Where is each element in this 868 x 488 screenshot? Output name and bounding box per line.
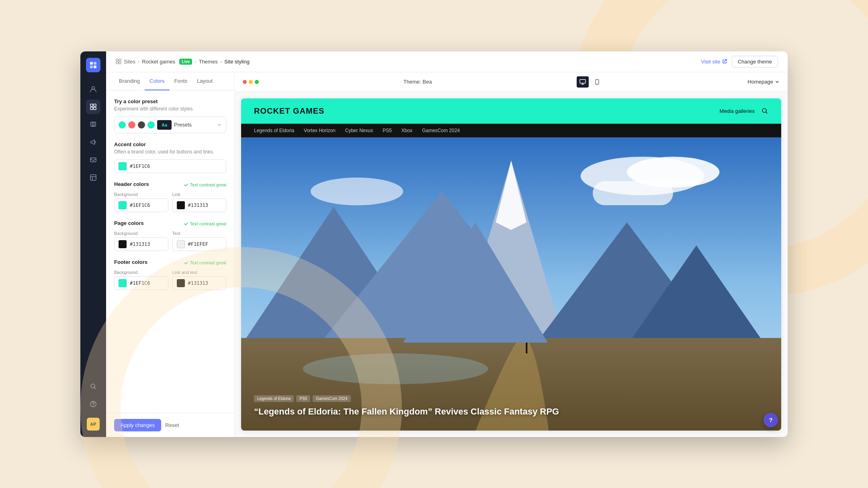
widget-icon[interactable] [86,170,100,185]
chevron-down-icon [217,123,222,127]
breadcrumb-sites: Sites [124,59,135,65]
svg-rect-7 [90,107,93,110]
change-theme-button[interactable]: Change theme [732,56,778,67]
hero-image: Legends of Eldoria PS5 GamesCom 2024 “Le… [241,137,781,431]
page-text-group: Text #F1EFEF [172,231,227,251]
preview-topbar: Theme: Bea [235,72,788,92]
accent-swatch [119,162,127,170]
preset-row[interactable]: Aa Presets [114,116,226,133]
device-icons [577,76,603,88]
page-bg-field[interactable]: #131313 [114,237,168,251]
hero-content: Legends of Eldoria PS5 GamesCom 2024 “Le… [254,395,768,418]
hero-tags: Legends of Eldoria PS5 GamesCom 2024 [254,395,768,402]
svg-rect-10 [90,175,96,180]
help-icon[interactable] [86,397,100,411]
header-colors-section: Header colors Text contrast great Backgr… [114,181,226,212]
visit-site-button[interactable]: Visit site [701,59,727,65]
footer-link-value: #131313 [188,280,209,286]
footer-colors-section: Footer colors Text contrast great Backgr… [114,259,226,290]
accent-color-section: Accent color Often a brand color, used f… [114,141,226,173]
mail-icon[interactable] [86,153,100,167]
site-nav: Legends of Eldoria Vortex Horizon Cyber … [241,124,781,137]
reset-button[interactable]: Reset [165,422,179,428]
footer-color-row: Background #1EF1C6 Link and text [114,270,226,290]
page-text-value: #F1EFEF [188,241,209,247]
search-icon[interactable] [86,379,100,394]
preset-dot-1 [119,121,126,129]
tab-colors[interactable]: Colors [145,72,170,90]
hero-tag-legends: Legends of Eldoria [254,395,294,402]
page-text-label: Text [172,231,227,236]
sidebar-avatar[interactable]: AP [87,418,100,431]
footer-colors-title: Footer colors [114,259,147,265]
topbar: Sites › Rocket games Live › Themes › Sit… [106,51,788,72]
tab-fonts[interactable]: Fonts [170,72,192,90]
preset-section: Try a color preset Experiment with diffe… [114,98,226,133]
header-color-row: Background #1EF1C6 Link #1313 [114,192,226,212]
svg-rect-1 [94,62,96,65]
clouds [593,181,673,205]
media-galleries-link[interactable]: Media galleries [720,108,755,114]
page-text-swatch [177,240,185,248]
footer-bg-value: #1EF1C6 [130,280,150,286]
accent-color-field[interactable]: #1EF1C6 [114,159,226,173]
mobile-icon[interactable] [591,76,603,88]
topbar-actions: Visit site Change theme [701,56,778,67]
header-link-field[interactable]: #131313 [172,198,227,212]
nav-tabs: Branding Colors Fonts Layout [106,72,234,90]
header-link-group: Link #131313 [172,192,227,212]
svg-point-25 [311,178,403,205]
page-bg-label: Background [114,231,168,236]
header-bg-group: Background #1EF1C6 [114,192,168,212]
svg-rect-14 [116,59,118,61]
svg-rect-3 [94,65,96,68]
sidebar-logo[interactable] [86,58,100,72]
page-selector[interactable]: Homepage [747,79,780,85]
mountain-svg [241,137,781,431]
preset-title: Try a color preset [114,98,226,104]
header-bg-label: Background [114,192,168,197]
nav-legends[interactable]: Legends of Eldoria [254,128,294,133]
page-text-field[interactable]: #F1EFEF [172,237,227,251]
page-selector-chevron [775,80,780,84]
preset-dot-3 [138,121,145,129]
nav-xbox[interactable]: Xbox [401,128,412,133]
footer-link-label: Link and text [172,270,227,275]
preset-aa: Aa [157,120,172,130]
preset-dot-4 [147,121,155,129]
apply-changes-button[interactable]: Apply changes [114,419,161,431]
grid-icon[interactable] [86,100,100,114]
live-badge: Live [179,59,192,65]
person-icon[interactable] [86,82,100,96]
header-colors-title: Header colors [114,181,149,187]
footer-link-group: Link and text #131313 [172,270,227,290]
header-bg-field[interactable]: #1EF1C6 [114,198,168,212]
page-bg-swatch [119,240,127,248]
tab-layout[interactable]: Layout [192,72,217,90]
footer-bg-field[interactable]: #1EF1C6 [114,276,168,290]
book-icon[interactable] [86,117,100,132]
tab-branding[interactable]: Branding [114,72,145,90]
window-dot-red [243,80,247,84]
nav-cyber[interactable]: Cyber Nexus [345,128,373,133]
sidebar: AP [80,51,106,437]
nav-vortex[interactable]: Vortex Horizon [304,128,336,133]
nav-gamescom[interactable]: GamesCom 2024 [422,128,460,133]
footer-link-field[interactable]: #131313 [172,276,227,290]
window-dot-green [255,80,259,84]
header-bg-swatch [119,201,127,209]
desktop-icon[interactable] [577,76,589,88]
svg-rect-0 [90,62,93,65]
breadcrumb: Sites › Rocket games Live › Themes › Sit… [116,59,701,65]
svg-rect-6 [94,104,96,106]
app-window: AP Sites › Rocket games Live › Themes › … [80,51,788,437]
page-color-row: Background #131313 Text #F1EF [114,231,226,251]
mountain-scene [241,137,781,431]
nav-ps5[interactable]: PS5 [383,128,392,133]
svg-rect-9 [90,158,96,162]
megaphone-icon[interactable] [86,135,100,149]
page-contrast-badge: Text contrast great [184,221,227,226]
site-search-icon[interactable] [761,107,768,114]
site-header-actions: Media galleries [720,107,768,114]
theme-name: Theme: Bea [403,79,432,85]
